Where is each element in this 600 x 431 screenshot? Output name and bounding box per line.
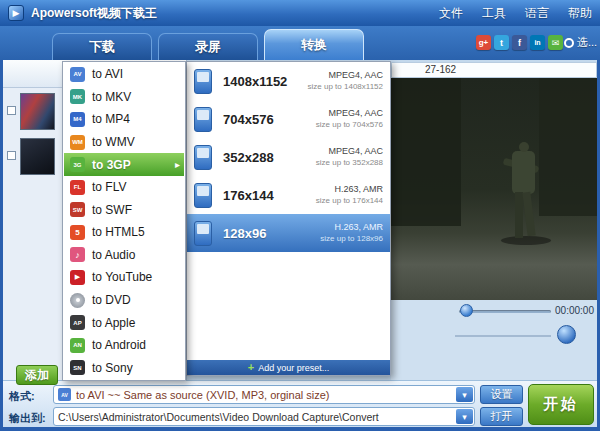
menu-item-label: to SWF <box>92 203 132 217</box>
soldier-leg <box>522 192 535 237</box>
output-path-field[interactable]: C:\Users\Administrator\Documents\Video D… <box>53 407 475 426</box>
video-thumbnail[interactable] <box>20 93 55 130</box>
audio-note-icon <box>70 247 85 262</box>
start-button[interactable]: 开始 <box>528 384 594 425</box>
settings-button[interactable]: 设置 <box>480 385 523 404</box>
seek-slider-knob[interactable] <box>460 304 473 317</box>
menu-help[interactable]: 帮助 <box>568 5 592 22</box>
format-select-value: to AVI ~~ Same as source (XVID, MP3, org… <box>76 389 330 401</box>
chevron-down-icon[interactable] <box>456 387 473 402</box>
preset-176x144[interactable]: 176x144 H.263, AMR size up to 176x144 <box>187 176 390 214</box>
add-button[interactable]: 添加 <box>16 365 58 385</box>
youtube-icon <box>70 270 85 285</box>
preview-filename: 27-162 <box>391 62 597 78</box>
mail-icon[interactable] <box>548 35 563 50</box>
player-volume-row <box>391 322 597 350</box>
preset-size-hint: size up to 704x576 <box>316 120 383 130</box>
menu-item-to-android[interactable]: to Android <box>64 334 184 357</box>
tab-download[interactable]: 下载 <box>52 33 152 60</box>
menu-tools[interactable]: 工具 <box>482 5 506 22</box>
titlebar: Apowersoft视频下载王 文件 工具 语言 帮助 <box>0 0 600 26</box>
footer-panel: 格式: to AVI ~~ Same as source (XVID, MP3,… <box>3 380 597 427</box>
menu-item-label: to Android <box>92 338 146 352</box>
menu-item-to-mkv[interactable]: to MKV <box>64 86 184 109</box>
menu-item-label: to DVD <box>92 293 131 307</box>
menu-item-to-3gp[interactable]: to 3GP <box>64 153 184 176</box>
menu-item-to-swf[interactable]: to SWF <box>64 198 184 221</box>
tabbar: 下载 录屏 转换 选... <box>0 26 600 60</box>
phone-device-icon <box>194 221 212 246</box>
twitter-icon[interactable] <box>494 35 509 50</box>
facebook-icon[interactable] <box>512 35 527 50</box>
social-links <box>476 35 563 50</box>
playback-time: 00:00:00 <box>555 305 594 316</box>
menu-item-label: to WMV <box>92 135 135 149</box>
preset-352x288[interactable]: 352x288 MPEG4, AAC size up to 352x288 <box>187 138 390 176</box>
mkv-icon <box>70 89 85 104</box>
preset-details: MPEG4, AAC size up to 352x288 <box>316 146 383 167</box>
app-title: Apowersoft视频下载王 <box>31 5 157 22</box>
preset-resolution: 128x96 <box>223 226 266 241</box>
options-button[interactable]: 选... <box>564 35 597 50</box>
format-label: 格式: <box>9 389 35 404</box>
menu-file[interactable]: 文件 <box>439 5 463 22</box>
checkbox[interactable] <box>7 151 16 160</box>
menu-item-label: to Audio <box>92 248 135 262</box>
output-label: 输出到: <box>9 411 46 426</box>
preset-codec: H.263, AMR <box>316 184 383 195</box>
mp4-icon <box>70 112 85 127</box>
background-building-left <box>391 78 461 226</box>
preset-704x576[interactable]: 704x576 MPEG4, AAC size up to 704x576 <box>187 100 390 138</box>
menu-item-label: to FLV <box>92 180 126 194</box>
preset-details: H.263, AMR size up to 176x144 <box>316 184 383 205</box>
phone-device-icon <box>194 69 212 94</box>
preset-resolution: 176x144 <box>223 188 274 203</box>
phone-device-icon <box>194 145 212 170</box>
preset-codec: MPEG4, AAC <box>316 146 383 157</box>
menu-item-to-youtube[interactable]: to YouTube <box>64 266 184 289</box>
tab-convert[interactable]: 转换 <box>264 29 364 60</box>
avi-icon <box>70 67 85 82</box>
menu-item-label: to HTML5 <box>92 225 145 239</box>
preset-128x96[interactable]: 128x96 H.263, AMR size up to 128x96 <box>187 214 390 252</box>
menu-item-to-html5[interactable]: to HTML5 <box>64 221 184 244</box>
menu-item-to-flv[interactable]: to FLV <box>64 176 184 199</box>
format-menu: to AVI to MKV to MP4 to WMV to 3GP to FL… <box>62 61 186 381</box>
soldier-body <box>512 151 535 194</box>
html5-icon <box>70 225 85 240</box>
checkbox[interactable] <box>7 106 16 115</box>
menu-language[interactable]: 语言 <box>525 5 549 22</box>
menu-item-to-avi[interactable]: to AVI <box>64 63 184 86</box>
phone-device-icon <box>194 107 212 132</box>
tab-record[interactable]: 录屏 <box>158 33 258 60</box>
preset-size-hint: size up to 176x144 <box>316 196 383 206</box>
menu-item-label: to 3GP <box>92 158 131 172</box>
volume-slider-track[interactable] <box>455 335 551 337</box>
menu-item-to-audio[interactable]: to Audio <box>64 244 184 267</box>
preset-1408x1152[interactable]: 1408x1152 MPEG4, AAC size up to 1408x115… <box>187 62 390 100</box>
format-select[interactable]: to AVI ~~ Same as source (XVID, MP3, org… <box>53 385 475 404</box>
menu-item-to-apple[interactable]: to Apple <box>64 311 184 334</box>
menu-item-to-dvd[interactable]: to DVD <box>64 289 184 312</box>
sony-icon <box>70 360 85 375</box>
play-button[interactable] <box>557 325 576 344</box>
preset-submenu: 1408x1152 MPEG4, AAC size up to 1408x115… <box>186 61 391 376</box>
video-preview-screen[interactable] <box>391 78 597 300</box>
menu-item-label: to YouTube <box>92 270 152 284</box>
options-label: 选... <box>577 35 597 50</box>
phone-device-icon <box>194 183 212 208</box>
linkedin-icon[interactable] <box>530 35 545 50</box>
add-preset-button[interactable]: Add your preset... <box>187 360 390 375</box>
3gp-icon <box>70 157 85 172</box>
video-thumbnail[interactable] <box>20 138 55 175</box>
menu-item-to-sony[interactable]: to Sony <box>64 357 184 380</box>
dvd-disc-icon <box>70 293 85 308</box>
preset-size-hint: size up to 352x288 <box>316 158 383 168</box>
chevron-down-icon[interactable] <box>456 409 473 424</box>
open-button[interactable]: 打开 <box>480 407 523 426</box>
avi-icon <box>58 388 71 401</box>
app-icon <box>8 5 24 21</box>
menu-item-to-wmv[interactable]: to WMV <box>64 131 184 154</box>
menu-item-to-mp4[interactable]: to MP4 <box>64 108 184 131</box>
googleplus-icon[interactable] <box>476 35 491 50</box>
